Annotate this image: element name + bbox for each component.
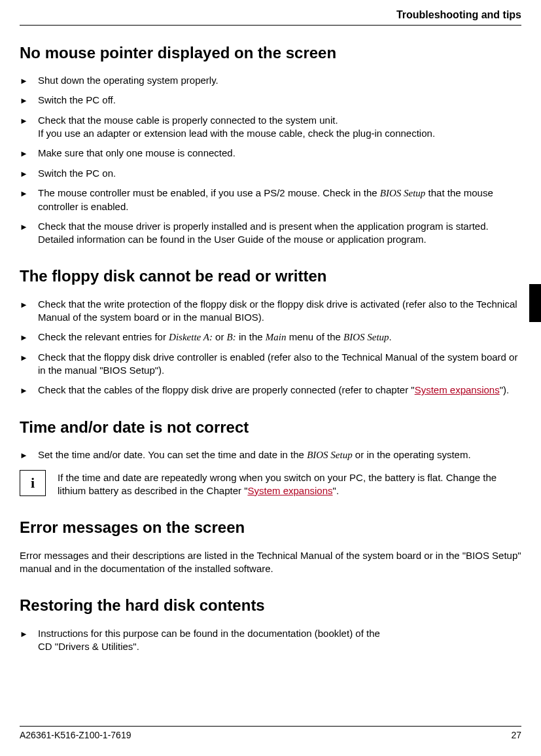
list-item-text: Check that the write protection of the f… [38,298,521,325]
list-item: ► Switch the PC on. [20,167,521,181]
text: Check that the cables of the floppy disk… [38,384,415,395]
text: Check that the mouse cable is properly c… [38,115,338,126]
page-header: Troubleshooting and tips [20,8,521,26]
list-item-text: Check that the cables of the floppy disk… [38,384,521,397]
list-item: ► The mouse controller must be enabled, … [20,187,521,213]
bullet-icon: ► [20,384,38,397]
heading-floppy: The floppy disk cannot be read or writte… [20,266,521,287]
page-footer: A26361-K516-Z100-1-7619 27 [20,726,521,742]
text-italic: BIOS Setup [343,332,389,342]
text: or [213,331,227,342]
text: The mouse controller must be enabled, if… [38,187,380,198]
bullet-icon: ► [20,114,38,128]
bullet-icon: ► [20,351,38,365]
list-item-text: Instructions for this purpose can be fou… [38,627,521,654]
list-item: ► Make sure that only one mouse is conne… [20,147,521,160]
list-item-text: Check that the mouse cable is properly c… [38,114,521,141]
list-item: ► Check that the mouse cable is properly… [20,114,521,141]
text-italic: B: [227,332,236,342]
list-item-text: Switch the PC off. [38,94,521,107]
text: Check the relevant entries for [38,331,169,342]
text: Set the time and/or date. You can set th… [38,449,307,460]
page-number: 27 [511,729,521,742]
list-item: ► Instructions for this purpose can be f… [20,627,521,654]
restore-list: ► Instructions for this purpose can be f… [20,627,521,654]
bullet-icon: ► [20,220,38,234]
heading-restore: Restoring the hard disk contents [20,595,521,616]
bullet-icon: ► [20,147,38,160]
link-system-expansions[interactable]: System expansions [415,384,500,395]
text: Instructions for this purpose can be fou… [38,628,380,639]
list-item: ► Shut down the operating system properl… [20,74,521,88]
list-item: ► Check the relevant entries for Diskett… [20,331,521,344]
text: in the [236,331,266,342]
list-item: ► Switch the PC off. [20,94,521,107]
text-italic: Main [266,332,287,342]
list-item: ► Check that the write protection of the… [20,298,521,325]
text-italic: BIOS Setup [307,450,353,460]
bullet-icon: ► [20,331,38,344]
bullet-icon: ► [20,167,38,181]
text: or in the operating system. [353,449,471,460]
bullet-icon: ► [20,187,38,200]
text: CD "Drivers & Utilities". [38,641,139,652]
time-list: ► Set the time and/or date. You can set … [20,448,521,462]
heading-time: Time and/or date is not correct [20,417,521,438]
list-item: ► Check that the mouse driver is properl… [20,220,521,247]
text: ". [333,485,340,496]
side-tab [529,284,541,322]
list-item-text: Make sure that only one mouse is connect… [38,147,521,160]
link-system-expansions[interactable]: System expansions [247,485,332,496]
list-item-text: Set the time and/or date. You can set th… [38,448,521,461]
heading-mouse: No mouse pointer displayed on the screen [20,43,521,63]
bullet-icon: ► [20,298,38,312]
bullet-icon: ► [20,627,38,641]
text: . [389,331,392,342]
list-item-text: Check that the floppy disk drive control… [38,351,521,378]
list-item-text: Check the relevant entries for Diskette … [38,331,521,344]
text: If you use an adapter or extension lead … [38,128,435,139]
list-item-text: Switch the PC on. [38,167,521,180]
bullet-icon: ► [20,448,38,462]
text-italic: BIOS Setup [380,188,426,198]
text-italic: Diskette A: [169,332,213,342]
doc-id: A26361-K516-Z100-1-7619 [20,729,131,742]
list-item-text: Shut down the operating system properly. [38,74,521,87]
info-text: If the time and date are repeatedly wron… [58,470,521,498]
mouse-list: ► Shut down the operating system properl… [20,74,521,247]
list-item: ► Set the time and/or date. You can set … [20,448,521,462]
floppy-list: ► Check that the write protection of the… [20,298,521,397]
list-item-text: The mouse controller must be enabled, if… [38,187,521,213]
text: "). [500,384,510,395]
list-item: ► Check that the cables of the floppy di… [20,384,521,397]
errors-body: Error messages and their descriptions ar… [20,549,521,576]
bullet-icon: ► [20,74,38,88]
list-item: ► Check that the floppy disk drive contr… [20,351,521,378]
heading-errors: Error messages on the screen [20,517,521,538]
info-icon: i [20,470,46,496]
list-item-text: Check that the mouse driver is properly … [38,220,521,247]
text: menu of the [286,331,343,342]
info-box: i If the time and date are repeatedly wr… [20,470,521,498]
bullet-icon: ► [20,94,38,107]
